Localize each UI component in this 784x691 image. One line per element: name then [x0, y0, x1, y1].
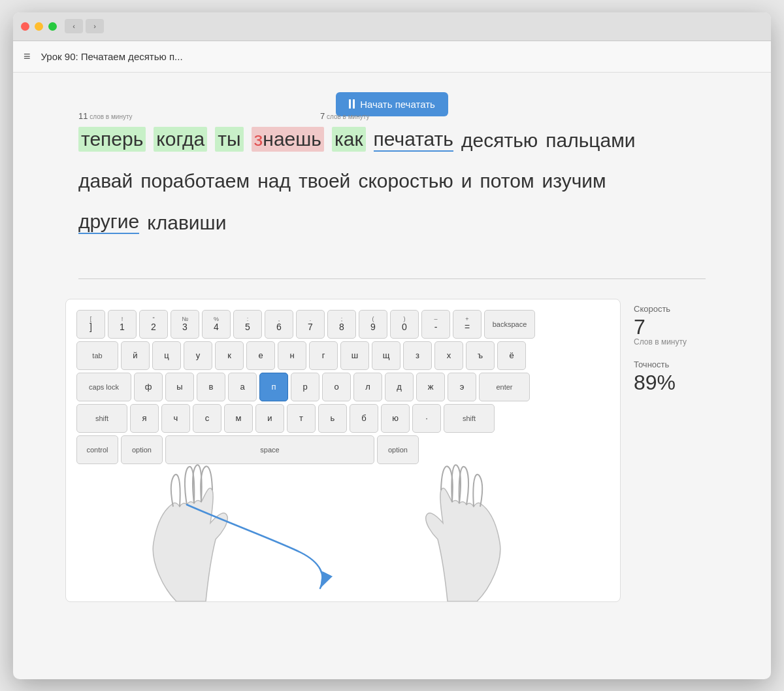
app-window: ‹ › ≡ Урок 90: Печатаем десятью п... Нач… [13, 12, 771, 679]
key-у[interactable]: у [184, 341, 212, 370]
word-как: как [332, 127, 366, 152]
speed-annotation-1: 11 слов в минуту [78, 111, 133, 121]
key-2[interactable]: "2 [139, 310, 168, 339]
key-option-left[interactable]: option [121, 435, 163, 464]
key-equals[interactable]: += [453, 310, 482, 339]
text-line-3: другие клавиши [78, 211, 706, 234]
key-х[interactable]: х [434, 341, 463, 370]
kb-row-bottom: shift я ч с м и т ь б ю · shift [76, 404, 610, 433]
key-н[interactable]: н [278, 341, 306, 370]
word-твоей: твоей [299, 170, 350, 192]
accuracy-value: 89% [634, 372, 719, 393]
word-и: и [461, 170, 472, 192]
key-щ[interactable]: щ [372, 341, 400, 370]
key-space[interactable]: space [165, 435, 374, 464]
back-button[interactable]: ‹ [65, 19, 83, 33]
right-hand [426, 465, 500, 601]
speed-annotation-2: 7 слов в минуту [320, 111, 369, 121]
word-над: над [257, 170, 291, 192]
keyboard: [ ] !1 "2 №3 %4 :5 ,6 .7 ;8 (9 )0 –- += … [65, 299, 621, 602]
nav-arrows: ‹ › [65, 19, 104, 33]
key-ц[interactable]: ц [152, 341, 181, 370]
key-5[interactable]: :5 [233, 310, 262, 339]
word-когда: когда [154, 127, 207, 152]
word-поработаем: поработаем [140, 170, 250, 192]
speed-stat: Скорость 7 Слов в минуту [634, 304, 719, 346]
kb-row-numbers: [ ] !1 "2 №3 %4 :5 ,6 .7 ;8 (9 )0 –- += … [76, 310, 610, 339]
key-т[interactable]: т [287, 404, 316, 433]
key-и[interactable]: и [255, 404, 284, 433]
key-tab[interactable]: tab [76, 341, 118, 370]
key-capslock[interactable]: caps lock [76, 373, 131, 401]
key-8[interactable]: ;8 [327, 310, 356, 339]
hands-illustration [76, 458, 610, 601]
key-ы[interactable]: ы [165, 373, 194, 401]
key-ъ[interactable]: ъ [466, 341, 495, 370]
key-ю[interactable]: ю [381, 404, 410, 433]
word-другие: другие [78, 211, 139, 234]
key-ш[interactable]: ш [340, 341, 369, 370]
word-изучим: изучим [542, 170, 606, 192]
key-ё[interactable]: ё [497, 341, 526, 370]
key-6[interactable]: ,6 [265, 310, 293, 339]
key-й[interactable]: й [121, 341, 150, 370]
key-п[interactable]: п [259, 373, 288, 401]
word-теперь: теперь [78, 127, 146, 152]
word-печатать: печатать [374, 128, 453, 152]
key-м[interactable]: м [224, 404, 253, 433]
text-area: 11 слов в минуту 7 слов в минуту теперь … [78, 127, 706, 252]
speed-label: Скорость [634, 304, 719, 314]
key-р[interactable]: р [291, 373, 319, 401]
key-о[interactable]: о [322, 373, 351, 401]
key-dot[interactable]: · [412, 404, 441, 433]
menu-icon[interactable]: ≡ [24, 50, 31, 63]
keyboard-stats-row: [ ] !1 "2 №3 %4 :5 ,6 .7 ;8 (9 )0 –- += … [65, 299, 719, 602]
key-г[interactable]: г [309, 341, 338, 370]
key-enter[interactable]: enter [479, 373, 530, 401]
key-1[interactable]: !1 [108, 310, 137, 339]
key-э[interactable]: э [448, 373, 476, 401]
key-control[interactable]: control [76, 435, 118, 464]
key-ч[interactable]: ч [161, 404, 190, 433]
key-с[interactable]: с [193, 404, 221, 433]
key-minus[interactable]: –- [421, 310, 450, 339]
key-д[interactable]: д [385, 373, 414, 401]
key-я[interactable]: я [130, 404, 159, 433]
page-title: Урок 90: Печатаем десятью п... [41, 51, 183, 62]
key-backspace[interactable]: backspace [484, 310, 535, 339]
minimize-button[interactable] [35, 22, 43, 31]
hands-svg [98, 458, 588, 601]
word-ты: ты [215, 127, 243, 152]
key-з[interactable]: з [403, 341, 432, 370]
key-а[interactable]: а [228, 373, 257, 401]
key-е[interactable]: е [246, 341, 275, 370]
kb-row-top: tab й ц у к е н г ш щ з х ъ ё [76, 341, 610, 370]
speed-value: 7 [634, 315, 645, 339]
word-потом: потом [480, 170, 534, 192]
key-л[interactable]: л [353, 373, 382, 401]
pause-icon [349, 99, 355, 109]
key-shift-left[interactable]: shift [76, 404, 127, 433]
key-в[interactable]: в [197, 373, 225, 401]
key-0[interactable]: )0 [390, 310, 419, 339]
divider [78, 278, 706, 279]
key-б[interactable]: б [350, 404, 378, 433]
key-ф[interactable]: ф [134, 373, 163, 401]
accuracy-label: Точность [634, 360, 719, 369]
key-ь[interactable]: ь [318, 404, 347, 433]
key-9[interactable]: (9 [359, 310, 387, 339]
close-button[interactable] [21, 22, 29, 31]
key-4[interactable]: %4 [202, 310, 231, 339]
key-3[interactable]: №3 [171, 310, 199, 339]
maximize-button[interactable] [48, 22, 57, 31]
key-shift-right[interactable]: shift [444, 404, 495, 433]
forward-button[interactable]: › [86, 19, 104, 33]
word-давай: давай [78, 170, 133, 192]
key-к[interactable]: к [215, 341, 244, 370]
kb-row-home: caps lock ф ы в а п р о л д ж э enter [76, 373, 610, 401]
key-7[interactable]: .7 [296, 310, 325, 339]
key-ж[interactable]: ж [416, 373, 445, 401]
key-bracket[interactable]: [ ] [76, 310, 105, 339]
key-option-right[interactable]: option [377, 435, 419, 464]
titlebar: ‹ › [13, 12, 771, 41]
